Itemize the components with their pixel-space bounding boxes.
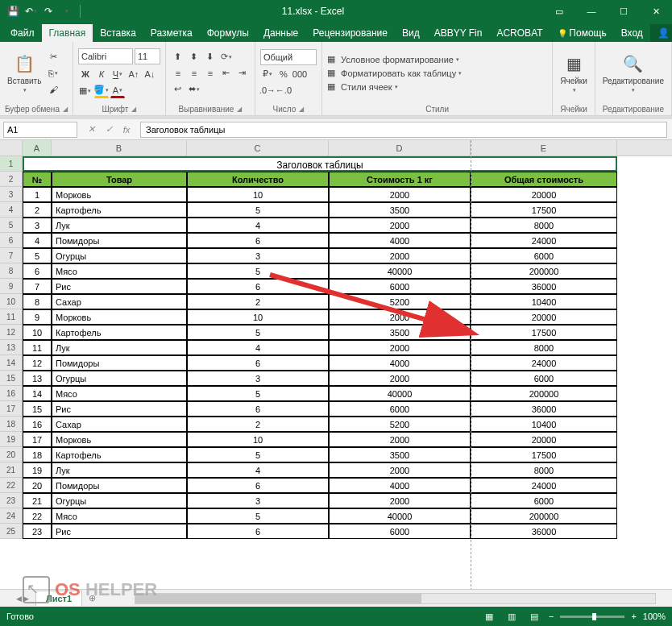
fill-color-icon[interactable]: 🪣▾ bbox=[94, 84, 109, 98]
row-header[interactable]: 13 bbox=[0, 340, 23, 355]
cell-price[interactable]: 6000 bbox=[329, 524, 471, 539]
ribbon-display-icon[interactable]: ▭ bbox=[543, 0, 575, 23]
cell-qty[interactable]: 2 bbox=[187, 294, 329, 309]
cell-n[interactable]: 10 bbox=[23, 325, 52, 340]
comma-icon[interactable]: 000 bbox=[292, 67, 307, 81]
align-right-icon[interactable]: ≡ bbox=[203, 66, 218, 81]
tab-review[interactable]: Рецензирование bbox=[305, 24, 395, 42]
cell-total[interactable]: 36000 bbox=[471, 401, 617, 417]
cell-qty[interactable]: 10 bbox=[187, 432, 329, 447]
cell-product[interactable]: Огурцы bbox=[52, 248, 187, 263]
underline-button[interactable]: Ч▾ bbox=[110, 67, 125, 81]
cell-total[interactable]: 6000 bbox=[471, 248, 617, 263]
indent-dec-icon[interactable]: ⇤ bbox=[219, 66, 234, 81]
cell-n[interactable]: 15 bbox=[23, 401, 52, 417]
cell-total[interactable]: 17500 bbox=[471, 325, 617, 340]
cell-n[interactable]: 5 bbox=[23, 248, 52, 263]
cell-price[interactable]: 40000 bbox=[329, 508, 471, 524]
zoom-slider[interactable] bbox=[560, 616, 624, 618]
cell-qty[interactable]: 5 bbox=[187, 325, 329, 340]
cell-qty[interactable]: 5 bbox=[187, 202, 329, 218]
cell-n[interactable]: 14 bbox=[23, 386, 52, 401]
cell-product[interactable]: Мясо bbox=[52, 508, 187, 524]
cell-total[interactable]: 17500 bbox=[471, 202, 617, 218]
cell-qty[interactable]: 6 bbox=[187, 355, 329, 371]
cell-product[interactable]: Рис bbox=[52, 401, 187, 417]
tab-view[interactable]: Вид bbox=[395, 24, 427, 42]
currency-icon[interactable]: ₽▾ bbox=[260, 67, 275, 81]
row-header[interactable]: 5 bbox=[0, 218, 23, 233]
row-header[interactable]: 2 bbox=[0, 172, 23, 187]
cell-price[interactable]: 2000 bbox=[329, 371, 471, 386]
zoom-in-icon[interactable]: + bbox=[631, 611, 636, 621]
close-icon[interactable]: ✕ bbox=[640, 0, 672, 23]
header-n[interactable]: № bbox=[23, 172, 52, 187]
view-page-icon[interactable]: ▥ bbox=[504, 610, 520, 623]
cell-n[interactable]: 11 bbox=[23, 340, 52, 355]
indent-inc-icon[interactable]: ⇥ bbox=[235, 66, 250, 81]
align-top-icon[interactable]: ⬆ bbox=[171, 50, 185, 64]
cell-product[interactable]: Огурцы bbox=[52, 493, 187, 508]
tab-acrobat[interactable]: ACROBAT bbox=[489, 24, 550, 42]
cell-product[interactable]: Мясо bbox=[52, 386, 187, 401]
cell-price[interactable]: 4000 bbox=[329, 233, 471, 248]
cell-qty[interactable]: 10 bbox=[187, 187, 329, 202]
dec-decimal-icon[interactable]: ←.0 bbox=[276, 83, 291, 97]
formula-input[interactable] bbox=[140, 122, 667, 138]
row-header[interactable]: 14 bbox=[0, 355, 23, 371]
cell-n[interactable]: 4 bbox=[23, 233, 52, 248]
percent-icon[interactable]: % bbox=[276, 67, 291, 81]
row-header[interactable]: 19 bbox=[0, 432, 23, 447]
tab-insert[interactable]: Вставка bbox=[93, 24, 143, 42]
header-total[interactable]: Общая стоимость bbox=[471, 172, 617, 187]
cell-n[interactable]: 13 bbox=[23, 371, 52, 386]
align-middle-icon[interactable]: ⬍ bbox=[187, 50, 201, 64]
tab-share[interactable]: 👤 Общий доступ bbox=[650, 24, 672, 42]
cell-qty[interactable]: 4 bbox=[187, 218, 329, 233]
cell-product[interactable]: Лук bbox=[52, 340, 187, 355]
orientation-icon[interactable]: ⟳▾ bbox=[219, 50, 234, 64]
cell-product[interactable]: Помидоры bbox=[52, 355, 187, 371]
fx-icon[interactable]: fx bbox=[118, 122, 135, 138]
font-size-combo[interactable]: 11 bbox=[135, 48, 160, 64]
row-header[interactable]: 3 bbox=[0, 187, 23, 202]
cell-product[interactable]: Картофель bbox=[52, 447, 187, 462]
font-name-combo[interactable]: Calibri bbox=[78, 48, 133, 64]
zoom-out-icon[interactable]: − bbox=[549, 611, 554, 621]
row-header[interactable]: 15 bbox=[0, 371, 23, 386]
sheet-nav-prev-icon[interactable]: ◀ bbox=[16, 595, 22, 603]
row-header[interactable]: 20 bbox=[0, 447, 23, 462]
tab-login[interactable]: Вход bbox=[614, 24, 650, 42]
italic-button[interactable]: К bbox=[94, 67, 109, 81]
cell-total[interactable]: 36000 bbox=[471, 524, 617, 539]
col-header-A[interactable]: A bbox=[23, 140, 52, 155]
cell-total[interactable]: 20000 bbox=[471, 432, 617, 447]
cell-qty[interactable]: 5 bbox=[187, 263, 329, 279]
cell-price[interactable]: 2000 bbox=[329, 218, 471, 233]
col-header-D[interactable]: D bbox=[329, 140, 471, 155]
header-qty[interactable]: Количество bbox=[187, 172, 329, 187]
col-header-B[interactable]: B bbox=[52, 140, 187, 155]
cell-n[interactable]: 18 bbox=[23, 447, 52, 462]
horizontal-scrollbar[interactable] bbox=[135, 593, 656, 604]
minimize-icon[interactable]: — bbox=[575, 0, 608, 23]
cell-price[interactable]: 40000 bbox=[329, 386, 471, 401]
cell-total[interactable]: 200000 bbox=[471, 508, 617, 524]
row-header[interactable]: 18 bbox=[0, 417, 23, 432]
cell-total[interactable]: 17500 bbox=[471, 447, 617, 462]
cell-price[interactable]: 2000 bbox=[329, 432, 471, 447]
cell-qty[interactable]: 4 bbox=[187, 340, 329, 355]
maximize-icon[interactable]: ☐ bbox=[608, 0, 640, 23]
cell-n[interactable]: 9 bbox=[23, 309, 52, 325]
paste-button[interactable]: 📋 Вставить ▾ bbox=[5, 51, 44, 95]
borders-icon[interactable]: ▦▾ bbox=[78, 84, 93, 98]
cell-total[interactable]: 10400 bbox=[471, 294, 617, 309]
cell-n[interactable]: 20 bbox=[23, 478, 52, 493]
cell-price[interactable]: 6000 bbox=[329, 401, 471, 417]
launcher-icon[interactable]: ◢ bbox=[237, 106, 242, 113]
cell-product[interactable]: Мясо bbox=[52, 263, 187, 279]
cell-price[interactable]: 2000 bbox=[329, 187, 471, 202]
cell-total[interactable]: 24000 bbox=[471, 355, 617, 371]
qat-customize-icon[interactable]: ▾ bbox=[60, 5, 73, 18]
cell-total[interactable]: 200000 bbox=[471, 386, 617, 401]
